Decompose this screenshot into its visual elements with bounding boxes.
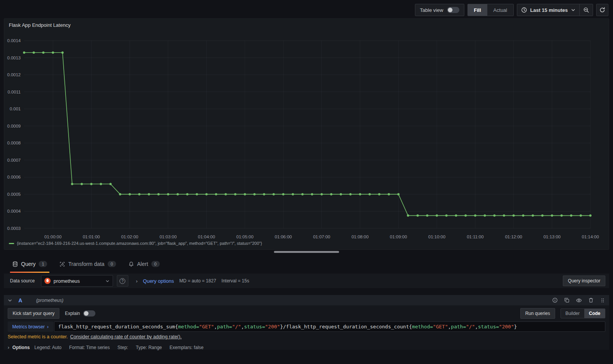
tab-transform-label: Transform data xyxy=(68,261,104,267)
option-summary-item: Legend: Auto xyxy=(34,345,62,350)
info-circle-icon[interactable] xyxy=(552,297,558,303)
query-inspector-button[interactable]: Query inspector xyxy=(563,275,605,286)
y-tick-label: 0.0014 xyxy=(7,38,21,43)
chevron-down-icon xyxy=(105,279,110,283)
refresh-button[interactable] xyxy=(596,4,608,16)
query-row-header[interactable]: A (prometheus) xyxy=(4,295,609,305)
query-options-link[interactable]: Query options xyxy=(143,278,174,284)
chevron-right-icon: › xyxy=(47,324,49,330)
x-tick-label: 01:06:00 xyxy=(275,234,292,239)
duplicate-query-icon[interactable] xyxy=(564,297,570,303)
promql-input[interactable]: flask_http_request_duration_seconds_sum{… xyxy=(54,321,605,332)
drag-handle-icon[interactable] xyxy=(600,298,605,303)
promql-token: { xyxy=(175,324,178,330)
legend-series-label: {instance="ec2-184-169-216-224.us-west-1… xyxy=(17,241,262,246)
query-field: Metrics browser › flask_http_request_dur… xyxy=(8,321,605,332)
tab-query[interactable]: Query 1 xyxy=(8,255,52,273)
promql-token: "GET" xyxy=(433,324,448,330)
tab-transform-badge: 0 xyxy=(108,261,116,267)
query-editor-body: Kick start your query Explain Run querie… xyxy=(4,305,609,350)
active-tab-underline xyxy=(10,272,49,273)
x-tick-label: 01:09:00 xyxy=(390,234,407,239)
panel-title[interactable]: Flask App Endpoint Latency xyxy=(4,19,609,28)
explain-toggle[interactable] xyxy=(83,310,95,316)
options-label[interactable]: Options xyxy=(12,345,30,350)
promql-token: , xyxy=(448,324,451,330)
option-summary-item: Step: xyxy=(117,345,128,350)
resize-handle[interactable] xyxy=(274,251,339,253)
code-button[interactable]: Code xyxy=(584,309,605,318)
interval-stat: Interval = 15s xyxy=(221,278,249,284)
chevron-right-icon: › xyxy=(8,344,9,350)
options-row[interactable]: › Options Legend: AutoFormat: Time serie… xyxy=(8,344,605,350)
zoom-out-button[interactable] xyxy=(580,4,593,16)
builder-button[interactable]: Builder xyxy=(561,309,584,318)
table-view-toggle[interactable] xyxy=(447,7,459,13)
promql-token: "GET" xyxy=(199,324,214,330)
y-tick-label: 0.0011 xyxy=(8,90,21,94)
magnifier-minus-icon xyxy=(583,7,589,13)
explain-control: Explain xyxy=(65,310,95,316)
y-tick-label: 0.0005 xyxy=(7,192,21,197)
datasource-help-button[interactable]: ? xyxy=(117,275,128,287)
y-tick-label: 0.0003 xyxy=(7,226,21,231)
y-tick-label: 0.0007 xyxy=(7,158,21,162)
tab-alert[interactable]: Alert 0 xyxy=(124,255,164,273)
promql-token: / xyxy=(283,324,286,330)
x-tick-label: 01:08:00 xyxy=(351,234,369,239)
promql-token: status= xyxy=(478,324,499,330)
warning-text: Selected metric is a counter. xyxy=(8,334,68,339)
refresh-icon xyxy=(599,7,605,13)
tab-alert-badge: 0 xyxy=(151,261,160,267)
run-queries-button[interactable]: Run queries xyxy=(520,308,555,319)
x-tick-label: 01:05:00 xyxy=(236,234,254,239)
x-tick-label: 01:04:00 xyxy=(198,234,215,239)
query-toolbar: Kick start your query Explain Run querie… xyxy=(8,308,605,318)
promql-token: "/" xyxy=(232,324,241,330)
time-range-label: Last 15 minutes xyxy=(530,7,568,13)
trash-icon[interactable] xyxy=(588,297,594,303)
collapse-chevron-icon[interactable] xyxy=(8,298,12,303)
chevron-right-icon: › xyxy=(136,278,138,284)
latency-series-line xyxy=(24,52,590,215)
option-summary-item: Type: Range xyxy=(136,345,162,350)
promql-token: flask_http_request_duration_seconds_coun… xyxy=(286,324,409,330)
promql-token: status= xyxy=(244,324,265,330)
x-tick-label: 01:14:00 xyxy=(582,234,599,239)
grafana-panel-editor: Table view Fill Actual Last 15 minutes F… xyxy=(0,0,613,364)
prometheus-logo-icon xyxy=(44,278,51,284)
actual-button[interactable]: Actual xyxy=(487,4,513,16)
top-toolbar: Table view Fill Actual Last 15 minutes xyxy=(415,4,608,16)
x-tick-label: 01:10:00 xyxy=(428,234,446,239)
latency-chart[interactable]: 01:00:0001:01:0001:02:0001:03:0001:04:00… xyxy=(4,30,610,242)
query-ref-id: A xyxy=(18,297,22,303)
kick-start-button[interactable]: Kick start your query xyxy=(8,308,59,319)
promql-token: } xyxy=(514,324,517,330)
toggle-knob xyxy=(84,311,89,316)
chevron-down-icon xyxy=(571,8,575,12)
datasource-picker[interactable]: prometheus xyxy=(41,275,113,287)
time-range-picker[interactable]: Last 15 minutes xyxy=(517,4,579,16)
latency-panel: Flask App Endpoint Latency 01:00:0001:01… xyxy=(4,18,609,250)
x-tick-label: 01:00:00 xyxy=(44,234,62,239)
promql-token: method= xyxy=(178,324,199,330)
warning-rate-link[interactable]: Consider calculating rate of counter by … xyxy=(70,334,182,339)
eye-icon[interactable] xyxy=(576,297,582,303)
bell-icon xyxy=(128,261,134,267)
promql-token: method= xyxy=(412,324,433,330)
y-tick-label: 0.0008 xyxy=(7,141,21,145)
metrics-browser-button[interactable]: Metrics browser › xyxy=(8,321,53,332)
latency-series-points xyxy=(23,51,592,216)
x-tick-label: 01:12:00 xyxy=(505,234,522,239)
query-row-actions xyxy=(552,297,605,303)
promql-token: "/" xyxy=(466,324,475,330)
query-datasource-hint: (prometheus) xyxy=(36,298,63,303)
fill-button[interactable]: Fill xyxy=(468,4,487,16)
toggle-knob xyxy=(448,8,452,12)
promql-token: flask_http_request_duration_seconds_sum xyxy=(58,324,175,330)
y-tick-label: 0.001 xyxy=(10,107,21,111)
options-summary: Legend: AutoFormat: Time seriesStep:Type… xyxy=(34,345,204,350)
chart-legend[interactable]: {instance="ec2-184-169-216-224.us-west-1… xyxy=(9,241,262,246)
y-tick-label: 0.0006 xyxy=(7,175,21,179)
tab-transform-data[interactable]: Transform data 0 xyxy=(55,255,121,273)
